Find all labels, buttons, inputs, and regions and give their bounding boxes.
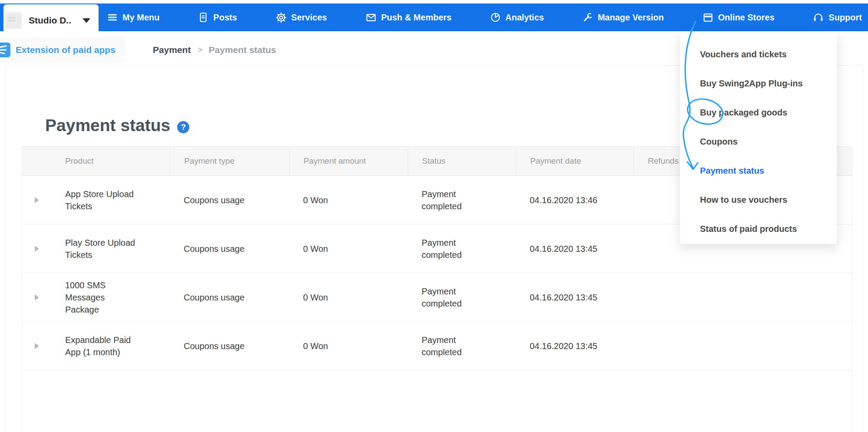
menu-item-payment-status[interactable]: Payment status: [680, 156, 837, 185]
cell-payment-amount: 0 Won: [289, 291, 408, 303]
cell-payment-type: Coupons usage: [170, 243, 289, 255]
cell-payment-type: Coupons usage: [170, 291, 289, 303]
table-row: 1000 SMS Messages Package Coupons usage …: [22, 273, 852, 322]
expand-row-icon[interactable]: [35, 246, 39, 252]
headset-icon: [812, 12, 824, 23]
cell-payment-type: Coupons usage: [170, 194, 289, 206]
online-stores-dropdown: Vouchers and tickets Buy Swing2App Plug-…: [680, 31, 837, 244]
cell-payment-date: 04.16.2020 13:46: [516, 194, 634, 206]
nav-label: Services: [291, 13, 327, 23]
table-empty-space: [22, 370, 852, 432]
menu-item-buy-packaged-goods[interactable]: Buy packaged goods: [680, 98, 837, 127]
cell-payment-type: Coupons usage: [170, 340, 289, 352]
cell-status: Payment completed: [422, 334, 469, 358]
menu-item-vouchers-and-tickets[interactable]: Vouchers and tickets: [680, 40, 837, 69]
nav-item-manage-version[interactable]: Manage Version: [582, 12, 663, 23]
header-product: Product: [51, 147, 170, 175]
store-card-icon: [702, 12, 714, 23]
header-payment-date: Payment date: [516, 147, 634, 175]
nav-item-services[interactable]: Services: [275, 12, 327, 23]
app-badge-icon: [0, 42, 11, 58]
cell-payment-date: 04.16.2020 13:45: [516, 340, 634, 352]
nav-label: Posts: [213, 13, 237, 23]
workspace-selector[interactable]: Studio D..: [3, 4, 99, 36]
cell-product: Expandable Paid App (1 month): [65, 334, 135, 358]
nav-item-analytics[interactable]: Analytics: [490, 12, 544, 23]
cell-payment-amount: 0 Won: [289, 340, 408, 352]
app-thumbnail: [5, 12, 22, 29]
gear-icon: [275, 12, 287, 23]
nav-item-push-members[interactable]: Push & Members: [365, 12, 452, 23]
navbar-menu: My Menu Posts Services: [107, 3, 862, 31]
menu-item-how-to-use-vouchers[interactable]: How to use vouchers: [680, 185, 837, 214]
workspace-name: Studio D..: [29, 15, 71, 26]
header-expand-col: [22, 147, 51, 175]
expand-row-icon[interactable]: [35, 343, 39, 349]
cell-status: Payment completed: [422, 188, 469, 212]
nav-item-online-stores[interactable]: Online Stores: [702, 12, 775, 23]
nav-item-my-menu[interactable]: My Menu: [107, 12, 160, 23]
cell-payment-amount: 0 Won: [289, 194, 408, 206]
expand-row-icon[interactable]: [35, 197, 39, 203]
cell-status: Payment completed: [422, 285, 469, 310]
cell-payment-amount: 0 Won: [289, 243, 408, 255]
menu-item-coupons[interactable]: Coupons: [680, 127, 837, 156]
nav-label: Manage Version: [597, 13, 663, 23]
envelope-icon: [365, 12, 377, 23]
nav-item-posts[interactable]: Posts: [198, 12, 237, 23]
document-icon: [198, 12, 209, 23]
nav-label: My Menu: [122, 13, 160, 23]
help-icon[interactable]: ?: [177, 121, 189, 133]
breadcrumb-section: Payment: [153, 45, 191, 55]
header-payment-type: Payment type: [170, 147, 289, 175]
cell-payment-date: 04.16.2020 13:45: [516, 291, 634, 303]
wrench-icon: [582, 12, 593, 23]
pie-chart-icon: [490, 12, 501, 23]
breadcrumb-separator: >: [198, 45, 202, 55]
header-payment-amount: Payment amount: [289, 147, 408, 175]
nav-label: Support: [828, 13, 862, 23]
cell-payment-date: 04.16.2020 13:45: [516, 243, 634, 255]
menu-item-status-of-paid-products[interactable]: Status of paid products: [680, 214, 837, 244]
nav-label: Online Stores: [718, 13, 775, 23]
cell-product: App Store Upload Tickets: [65, 188, 135, 212]
nav-label: Analytics: [505, 13, 544, 23]
hamburger-icon: [107, 12, 118, 23]
menu-item-buy-swing2app-plugins[interactable]: Buy Swing2App Plug-ins: [680, 69, 837, 98]
expand-row-icon[interactable]: [35, 294, 39, 300]
app-chip: Extension of paid apps: [0, 37, 125, 63]
chevron-down-icon: [83, 18, 90, 23]
page-title-row: Payment status ?: [45, 116, 189, 135]
header-status: Status: [408, 147, 516, 175]
nav-item-support[interactable]: Support: [812, 12, 862, 23]
cell-status: Payment completed: [422, 237, 469, 261]
breadcrumb-app-link[interactable]: Extension of paid apps: [16, 45, 116, 55]
table-row: Expandable Paid App (1 month) Coupons us…: [22, 322, 852, 370]
breadcrumb-current: Payment status: [209, 45, 276, 55]
cell-product: Play Store Upload Tickets: [65, 237, 135, 261]
nav-label: Push & Members: [381, 13, 452, 23]
cell-product: 1000 SMS Messages Package: [65, 279, 135, 316]
page-title: Payment status: [45, 116, 170, 135]
